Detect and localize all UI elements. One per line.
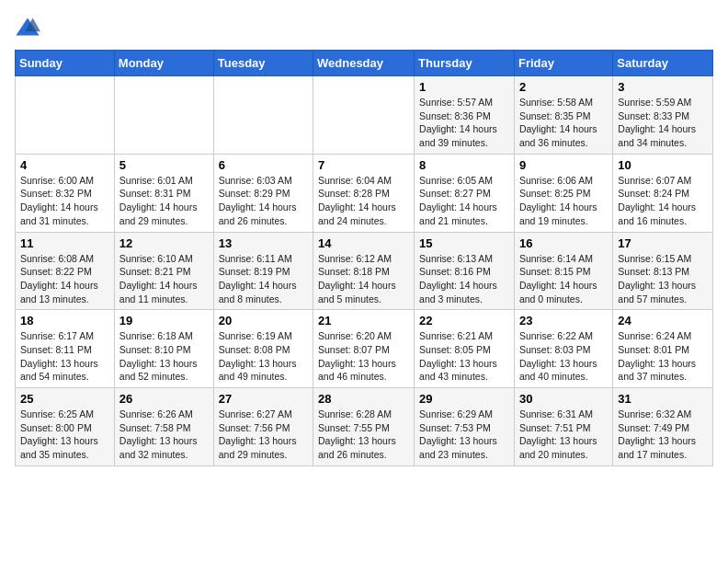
cell-content: Sunrise: 6:24 AMSunset: 8:01 PMDaylight:… bbox=[618, 329, 708, 384]
calendar-cell: 11Sunrise: 6:08 AMSunset: 8:22 PMDayligh… bbox=[16, 232, 115, 310]
day-number: 14 bbox=[318, 236, 409, 250]
calendar-cell: 3Sunrise: 5:59 AMSunset: 8:33 PMDaylight… bbox=[613, 76, 713, 155]
day-number: 11 bbox=[20, 236, 109, 250]
day-number: 10 bbox=[618, 158, 708, 172]
day-header-thursday: Thursday bbox=[415, 51, 515, 76]
calendar-cell bbox=[213, 76, 313, 155]
day-number: 24 bbox=[618, 314, 708, 327]
day-number: 27 bbox=[219, 392, 308, 406]
calendar-cell: 31Sunrise: 6:32 AMSunset: 7:49 PMDayligh… bbox=[613, 388, 713, 466]
calendar-cell: 10Sunrise: 6:07 AMSunset: 8:24 PMDayligh… bbox=[613, 154, 713, 232]
calendar-cell: 8Sunrise: 6:05 AMSunset: 8:27 PMDaylight… bbox=[415, 154, 515, 232]
calendar-cell: 13Sunrise: 6:11 AMSunset: 8:19 PMDayligh… bbox=[213, 232, 313, 310]
cell-content: Sunrise: 6:01 AMSunset: 8:31 PMDaylight:… bbox=[119, 174, 209, 228]
calendar-cell: 12Sunrise: 6:10 AMSunset: 8:21 PMDayligh… bbox=[114, 232, 213, 310]
calendar-cell: 26Sunrise: 6:26 AMSunset: 7:58 PMDayligh… bbox=[114, 388, 213, 466]
calendar-cell: 2Sunrise: 5:58 AMSunset: 8:35 PMDaylight… bbox=[514, 76, 612, 155]
calendar-cell: 4Sunrise: 6:00 AMSunset: 8:32 PMDaylight… bbox=[16, 154, 115, 232]
cell-content: Sunrise: 6:19 AMSunset: 8:08 PMDaylight:… bbox=[219, 329, 308, 384]
calendar-cell: 15Sunrise: 6:13 AMSunset: 8:16 PMDayligh… bbox=[415, 232, 515, 310]
calendar-cell: 23Sunrise: 6:22 AMSunset: 8:03 PMDayligh… bbox=[514, 310, 612, 388]
cell-content: Sunrise: 6:13 AMSunset: 8:16 PMDaylight:… bbox=[419, 252, 509, 306]
cell-content: Sunrise: 6:21 AMSunset: 8:05 PMDaylight:… bbox=[419, 329, 509, 384]
cell-content: Sunrise: 6:08 AMSunset: 8:22 PMDaylight:… bbox=[20, 252, 109, 306]
calendar-cell: 9Sunrise: 6:06 AMSunset: 8:25 PMDaylight… bbox=[514, 154, 612, 232]
cell-content: Sunrise: 6:17 AMSunset: 8:11 PMDaylight:… bbox=[20, 329, 109, 384]
day-number: 28 bbox=[318, 392, 409, 406]
day-header-monday: Monday bbox=[114, 51, 213, 76]
day-number: 6 bbox=[219, 158, 308, 172]
logo bbox=[15, 15, 44, 40]
day-number: 8 bbox=[419, 158, 509, 172]
calendar-cell: 14Sunrise: 6:12 AMSunset: 8:18 PMDayligh… bbox=[313, 232, 415, 310]
calendar-cell: 18Sunrise: 6:17 AMSunset: 8:11 PMDayligh… bbox=[16, 310, 115, 388]
calendar-cell: 6Sunrise: 6:03 AMSunset: 8:29 PMDaylight… bbox=[213, 154, 313, 232]
calendar-cell: 30Sunrise: 6:31 AMSunset: 7:51 PMDayligh… bbox=[514, 388, 612, 466]
day-number: 1 bbox=[419, 80, 509, 94]
day-number: 17 bbox=[618, 236, 708, 250]
calendar-cell: 22Sunrise: 6:21 AMSunset: 8:05 PMDayligh… bbox=[415, 310, 515, 388]
cell-content: Sunrise: 5:57 AMSunset: 8:36 PMDaylight:… bbox=[419, 96, 509, 150]
header bbox=[15, 15, 713, 40]
day-number: 16 bbox=[519, 236, 608, 250]
calendar-cell: 7Sunrise: 6:04 AMSunset: 8:28 PMDaylight… bbox=[313, 154, 415, 232]
calendar-cell: 25Sunrise: 6:25 AMSunset: 8:00 PMDayligh… bbox=[16, 388, 115, 466]
day-number: 23 bbox=[519, 314, 608, 327]
cell-content: Sunrise: 6:32 AMSunset: 7:49 PMDaylight:… bbox=[618, 408, 708, 462]
calendar-table: SundayMondayTuesdayWednesdayThursdayFrid… bbox=[15, 50, 713, 466]
cell-content: Sunrise: 6:18 AMSunset: 8:10 PMDaylight:… bbox=[119, 329, 209, 384]
day-number: 9 bbox=[519, 158, 608, 172]
cell-content: Sunrise: 6:04 AMSunset: 8:28 PMDaylight:… bbox=[318, 174, 409, 228]
calendar-cell bbox=[16, 76, 115, 155]
calendar-cell: 21Sunrise: 6:20 AMSunset: 8:07 PMDayligh… bbox=[313, 310, 415, 388]
day-number: 13 bbox=[219, 236, 308, 250]
cell-content: Sunrise: 6:14 AMSunset: 8:15 PMDaylight:… bbox=[519, 252, 608, 306]
day-number: 7 bbox=[318, 158, 409, 172]
week-row-5: 25Sunrise: 6:25 AMSunset: 8:00 PMDayligh… bbox=[16, 388, 713, 466]
day-number: 5 bbox=[119, 158, 209, 172]
calendar-cell: 24Sunrise: 6:24 AMSunset: 8:01 PMDayligh… bbox=[613, 310, 713, 388]
cell-content: Sunrise: 6:25 AMSunset: 8:00 PMDaylight:… bbox=[20, 408, 109, 462]
cell-content: Sunrise: 6:28 AMSunset: 7:55 PMDaylight:… bbox=[318, 408, 409, 462]
day-number: 2 bbox=[519, 80, 608, 94]
day-number: 3 bbox=[618, 80, 708, 94]
day-header-friday: Friday bbox=[514, 51, 612, 76]
calendar-cell: 1Sunrise: 5:57 AMSunset: 8:36 PMDaylight… bbox=[415, 76, 515, 155]
day-number: 30 bbox=[519, 392, 608, 406]
cell-content: Sunrise: 6:06 AMSunset: 8:25 PMDaylight:… bbox=[519, 174, 608, 228]
calendar-cell: 17Sunrise: 6:15 AMSunset: 8:13 PMDayligh… bbox=[613, 232, 713, 310]
week-row-1: 1Sunrise: 5:57 AMSunset: 8:36 PMDaylight… bbox=[16, 76, 713, 155]
calendar-cell: 28Sunrise: 6:28 AMSunset: 7:55 PMDayligh… bbox=[313, 388, 415, 466]
cell-content: Sunrise: 5:58 AMSunset: 8:35 PMDaylight:… bbox=[519, 96, 608, 150]
calendar-cell: 16Sunrise: 6:14 AMSunset: 8:15 PMDayligh… bbox=[514, 232, 612, 310]
cell-content: Sunrise: 6:29 AMSunset: 7:53 PMDaylight:… bbox=[419, 408, 509, 462]
cell-content: Sunrise: 6:27 AMSunset: 7:56 PMDaylight:… bbox=[219, 408, 308, 462]
day-number: 26 bbox=[119, 392, 209, 406]
day-number: 15 bbox=[419, 236, 509, 250]
cell-content: Sunrise: 6:05 AMSunset: 8:27 PMDaylight:… bbox=[419, 174, 509, 228]
day-number: 21 bbox=[318, 314, 409, 327]
day-header-saturday: Saturday bbox=[613, 51, 713, 76]
day-header-tuesday: Tuesday bbox=[213, 51, 313, 76]
day-number: 25 bbox=[20, 392, 109, 406]
calendar-cell: 20Sunrise: 6:19 AMSunset: 8:08 PMDayligh… bbox=[213, 310, 313, 388]
week-row-2: 4Sunrise: 6:00 AMSunset: 8:32 PMDaylight… bbox=[16, 154, 713, 232]
day-number: 19 bbox=[119, 314, 209, 327]
cell-content: Sunrise: 6:11 AMSunset: 8:19 PMDaylight:… bbox=[219, 252, 308, 306]
calendar-cell: 19Sunrise: 6:18 AMSunset: 8:10 PMDayligh… bbox=[114, 310, 213, 388]
cell-content: Sunrise: 6:00 AMSunset: 8:32 PMDaylight:… bbox=[20, 174, 109, 228]
cell-content: Sunrise: 5:59 AMSunset: 8:33 PMDaylight:… bbox=[618, 96, 708, 150]
cell-content: Sunrise: 6:22 AMSunset: 8:03 PMDaylight:… bbox=[519, 329, 608, 384]
day-header-wednesday: Wednesday bbox=[313, 51, 415, 76]
logo-icon bbox=[15, 15, 40, 40]
day-number: 4 bbox=[20, 158, 109, 172]
cell-content: Sunrise: 6:20 AMSunset: 8:07 PMDaylight:… bbox=[318, 329, 409, 384]
calendar-cell bbox=[114, 76, 213, 155]
calendar-cell bbox=[313, 76, 415, 155]
day-number: 31 bbox=[618, 392, 708, 406]
cell-content: Sunrise: 6:10 AMSunset: 8:21 PMDaylight:… bbox=[119, 252, 209, 306]
cell-content: Sunrise: 6:12 AMSunset: 8:18 PMDaylight:… bbox=[318, 252, 409, 306]
calendar-cell: 5Sunrise: 6:01 AMSunset: 8:31 PMDaylight… bbox=[114, 154, 213, 232]
header-row: SundayMondayTuesdayWednesdayThursdayFrid… bbox=[16, 51, 713, 76]
week-row-4: 18Sunrise: 6:17 AMSunset: 8:11 PMDayligh… bbox=[16, 310, 713, 388]
